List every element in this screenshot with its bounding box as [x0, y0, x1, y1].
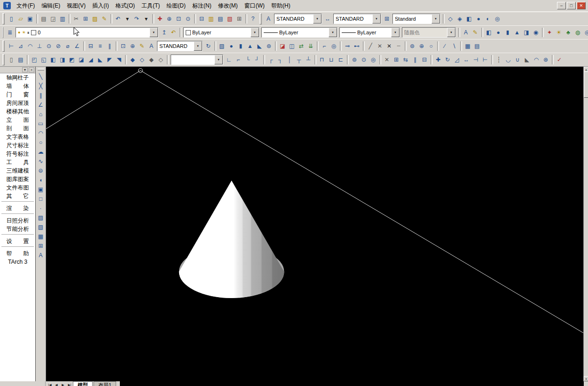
hatch-diag-icon[interactable]: ∕ [440, 41, 449, 51]
orbit-3d-icon[interactable]: ◉ [531, 28, 541, 37]
sidebar-item-settings[interactable]: 设 置 [0, 237, 35, 245]
zoom-window-icon[interactable]: ⊡ [174, 14, 183, 24]
layout-new-icon[interactable]: ▯ [7, 55, 16, 64]
close-button[interactable]: ✕ [577, 2, 586, 9]
quick-dim-icon[interactable]: ⊟ [86, 41, 95, 51]
sidebar-item-elevation[interactable]: 立 面 [0, 116, 35, 124]
sidebar-item-tarch3[interactable]: TArch 3 [0, 258, 35, 266]
trim-icon[interactable]: ⊣ [471, 55, 480, 64]
point-measure-icon[interactable]: ┄ [394, 41, 403, 51]
dim-edit-icon[interactable]: ✎ [137, 41, 147, 51]
toolbar-grip[interactable] [2, 13, 5, 24]
scale-icon[interactable]: ◿ [452, 55, 462, 64]
restore-button[interactable]: □ [567, 2, 576, 9]
sidebar-item-tools[interactable]: 工 具 [0, 158, 35, 166]
dropdown-arrow-icon[interactable]: ▼ [329, 28, 337, 37]
break-point-icon[interactable]: ┆ [494, 55, 503, 64]
dim-style-icon[interactable]: ↔ [323, 14, 332, 24]
layer-manager-icon[interactable]: ≣ [5, 28, 15, 37]
view-manager-icon[interactable]: ▤ [16, 55, 25, 64]
match-properties-icon[interactable]: ✎ [100, 14, 109, 24]
sidebar-item-file-layout[interactable]: 文件布图 [0, 183, 35, 192]
hatch-diag2-icon[interactable]: ∖ [449, 41, 459, 51]
toolbar-grip[interactable] [2, 54, 5, 65]
dim-angular-icon[interactable]: ∠ [72, 41, 82, 51]
sheet-set-icon[interactable]: ▤ [216, 14, 225, 24]
box-3d-icon[interactable]: ◧ [484, 28, 494, 37]
dim-baseline-icon[interactable]: ≡ [95, 41, 105, 51]
ellipse-icon[interactable]: ⊜ [36, 166, 45, 175]
make-block-icon[interactable]: □ [36, 194, 45, 204]
donut1-icon[interactable]: ⊚ [350, 55, 359, 64]
help-icon[interactable]: ? [248, 14, 258, 24]
sidebar-item-render[interactable]: 渲 染 [0, 204, 35, 213]
sidebar-item-section[interactable]: 剖 面 [0, 124, 35, 133]
chevron-down-icon[interactable]: ▾ [22, 67, 28, 72]
solid-torus-icon[interactable]: ⊚ [264, 41, 274, 51]
cone-3d-icon[interactable]: ▲ [512, 28, 522, 37]
donut3-icon[interactable]: ◎ [368, 55, 378, 64]
view-back-icon[interactable]: ◪ [77, 55, 86, 64]
center-mark-icon[interactable]: ⊕ [128, 41, 137, 51]
point-icon[interactable]: ∙ [36, 204, 45, 213]
tool-palettes-icon[interactable]: ▥ [206, 14, 216, 24]
iso-2-icon[interactable]: ◇ [137, 55, 147, 64]
layer-on-icon[interactable]: ● [18, 31, 20, 35]
vp-join-icon[interactable]: ⊏ [336, 55, 345, 64]
dim-radius-icon[interactable]: ⊙ [44, 41, 54, 51]
sidebar-item-wall[interactable]: 墙 体 [0, 82, 35, 90]
dim-jogged-icon[interactable]: ⊘ [54, 41, 63, 51]
layer-combo[interactable]: ● ☀ ∎ 0 ▼ [16, 27, 158, 38]
model-space-view[interactable] [46, 67, 583, 381]
snap-from-icon[interactable]: ⊷ [352, 41, 361, 51]
sidebar-item-axis-grid-column[interactable]: 轴网柱子 [0, 73, 35, 82]
3d-move-icon[interactable]: ⇊ [306, 41, 315, 51]
table-style-combo[interactable]: Standard ▼ [392, 14, 440, 24]
vp-named-icon[interactable]: ⊔ [327, 55, 336, 64]
color-combo[interactable]: ByLayer ▼ [183, 27, 259, 38]
edit-pencil-icon[interactable]: ✎ [470, 28, 480, 37]
open-file-icon[interactable]: ▱ [16, 14, 25, 24]
publish-icon[interactable]: ▥ [58, 14, 67, 24]
layer-freeze-icon[interactable]: ☀ [22, 31, 25, 35]
solid-cone-icon[interactable]: ▲ [245, 41, 255, 51]
extend-icon[interactable]: ⊢ [480, 55, 490, 64]
flatshot-icon[interactable]: ◫ [287, 41, 297, 51]
text-style-icon[interactable]: A [461, 28, 470, 37]
move-icon[interactable]: ✚ [433, 55, 443, 64]
region-icon[interactable]: ▦ [36, 232, 45, 241]
sidebar-item-room-roof[interactable]: 房间屋顶 [0, 99, 35, 107]
sidebar-item-library-pattern[interactable]: 图库图案 [0, 175, 35, 183]
plot-preview-icon[interactable]: ◲ [48, 14, 58, 24]
view-front-icon[interactable]: ◩ [67, 55, 77, 64]
visual-style-2d-icon[interactable]: ◇ [446, 14, 455, 24]
dropdown-arrow-icon[interactable]: ▼ [391, 28, 400, 37]
new-file-icon[interactable]: ▯ [7, 14, 16, 24]
solid-cylinder-icon[interactable]: ▮ [236, 41, 245, 51]
insert-block-icon[interactable]: ▣ [36, 185, 45, 194]
visual-style-3d-icon[interactable]: ◈ [455, 14, 464, 24]
dim-arc-icon[interactable]: ◠ [25, 41, 35, 51]
dim-ordinate-icon[interactable]: ⊥ [35, 41, 44, 51]
dim-continue-icon[interactable]: ∥ [105, 41, 114, 51]
dim-text-edit-icon[interactable]: A [147, 41, 156, 51]
solid-box-icon[interactable]: ▧ [217, 41, 227, 51]
ucs2-zaxis-icon[interactable]: │ [285, 55, 294, 64]
iso-1-icon[interactable]: ◆ [128, 55, 137, 64]
revcloud-icon[interactable]: ☁ [36, 147, 45, 157]
solid-sphere-icon[interactable]: ● [227, 41, 236, 51]
menu-edit[interactable]: 编辑(E) [38, 0, 63, 12]
paste-icon[interactable]: ▨ [90, 14, 100, 24]
toolbar-grip[interactable] [38, 69, 44, 71]
make-object-layer-current-icon[interactable]: ↥ [159, 28, 169, 37]
sphere-aux-icon[interactable]: ○ [426, 41, 436, 51]
select-check-icon[interactable]: ✓ [555, 55, 564, 64]
array-icon[interactable]: ⊟ [420, 55, 429, 64]
save-file-icon[interactable]: ▣ [25, 14, 35, 24]
offset-icon[interactable]: ∥ [410, 55, 420, 64]
menu-modify[interactable]: 修改(M) [215, 0, 241, 12]
line-icon[interactable]: ╲ [36, 72, 45, 81]
toolbar-grip[interactable] [2, 27, 3, 38]
table-icon[interactable]: ⊞ [36, 241, 45, 251]
donut-icon[interactable]: ⊚ [408, 41, 417, 51]
